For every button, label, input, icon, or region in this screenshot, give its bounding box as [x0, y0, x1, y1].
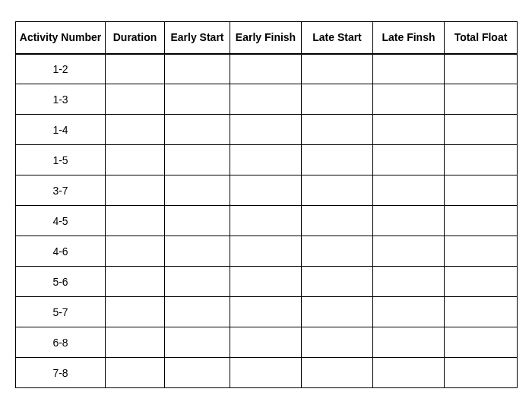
col-header-total-float: Total Float [445, 22, 518, 54]
cell-duration [106, 327, 165, 358]
cell-activity: 1-2 [16, 54, 106, 84]
cell-activity: 3-7 [16, 175, 106, 206]
cell-late-start [302, 236, 373, 267]
col-header-early-start: Early Start [165, 22, 230, 54]
col-header-late-finish: Late Finsh [373, 22, 445, 54]
cell-early-finish [230, 327, 302, 358]
activity-network-table: Activity Number Duration Early Start Ear… [15, 21, 518, 388]
cell-total-float [445, 54, 518, 84]
cell-duration [106, 54, 165, 84]
cell-late-finish [373, 206, 445, 236]
cell-early-start [165, 327, 230, 358]
cell-late-finish [373, 115, 445, 145]
cell-late-finish [373, 358, 445, 388]
cell-late-finish [373, 236, 445, 267]
cell-activity: 1-3 [16, 84, 106, 115]
cell-duration [106, 236, 165, 267]
cell-duration [106, 267, 165, 297]
cell-total-float [445, 206, 518, 236]
cell-early-start [165, 84, 230, 115]
cell-late-start [302, 145, 373, 175]
cell-early-finish [230, 145, 302, 175]
table-row: 3-7 [16, 175, 518, 206]
cell-early-finish [230, 54, 302, 84]
cell-early-finish [230, 175, 302, 206]
cell-total-float [445, 236, 518, 267]
cell-duration [106, 84, 165, 115]
cell-duration [106, 297, 165, 327]
cell-total-float [445, 175, 518, 206]
cell-early-start [165, 115, 230, 145]
cell-activity: 4-6 [16, 236, 106, 267]
cell-activity: 5-6 [16, 267, 106, 297]
cell-late-start [302, 297, 373, 327]
cell-activity: 1-4 [16, 115, 106, 145]
table-row: 1-3 [16, 84, 518, 115]
cell-early-start [165, 358, 230, 388]
cell-early-finish [230, 358, 302, 388]
cell-early-start [165, 145, 230, 175]
table-body: 1-2 1-3 1-4 1-5 [16, 54, 518, 388]
table-row: 6-8 [16, 327, 518, 358]
cell-activity: 5-7 [16, 297, 106, 327]
cell-late-finish [373, 175, 445, 206]
cell-early-start [165, 297, 230, 327]
table-row: 4-6 [16, 236, 518, 267]
cell-early-finish [230, 297, 302, 327]
table-header-row: Activity Number Duration Early Start Ear… [16, 22, 518, 54]
table-row: 1-5 [16, 145, 518, 175]
cell-early-start [165, 236, 230, 267]
cell-early-finish [230, 267, 302, 297]
cell-activity: 6-8 [16, 327, 106, 358]
cell-activity: 7-8 [16, 358, 106, 388]
cell-early-finish [230, 84, 302, 115]
cell-total-float [445, 115, 518, 145]
col-header-early-finish: Early Finish [230, 22, 302, 54]
cell-duration [106, 115, 165, 145]
cell-early-start [165, 175, 230, 206]
cell-late-finish [373, 297, 445, 327]
table-row: 1-2 [16, 54, 518, 84]
cell-total-float [445, 267, 518, 297]
cell-late-start [302, 267, 373, 297]
table-row: 7-8 [16, 358, 518, 388]
cell-early-finish [230, 115, 302, 145]
cell-duration [106, 206, 165, 236]
table-row: 5-6 [16, 267, 518, 297]
cell-early-start [165, 206, 230, 236]
cell-total-float [445, 297, 518, 327]
cell-duration [106, 175, 165, 206]
col-header-activity: Activity Number [16, 22, 106, 54]
cell-activity: 4-5 [16, 206, 106, 236]
col-header-duration: Duration [106, 22, 165, 54]
cell-early-finish [230, 206, 302, 236]
cell-total-float [445, 358, 518, 388]
cell-total-float [445, 145, 518, 175]
cell-duration [106, 358, 165, 388]
cell-late-finish [373, 267, 445, 297]
cell-late-finish [373, 327, 445, 358]
cell-late-finish [373, 145, 445, 175]
col-header-late-start: Late Start [302, 22, 373, 54]
cell-late-start [302, 327, 373, 358]
cell-early-finish [230, 236, 302, 267]
cell-late-start [302, 54, 373, 84]
table-row: 4-5 [16, 206, 518, 236]
cell-early-start [165, 54, 230, 84]
cell-total-float [445, 327, 518, 358]
cell-duration [106, 145, 165, 175]
cell-late-start [302, 115, 373, 145]
cell-activity: 1-5 [16, 145, 106, 175]
cell-late-finish [373, 54, 445, 84]
cell-late-start [302, 358, 373, 388]
table-row: 1-4 [16, 115, 518, 145]
table-row: 5-7 [16, 297, 518, 327]
cell-early-start [165, 267, 230, 297]
cell-total-float [445, 84, 518, 115]
cell-late-start [302, 206, 373, 236]
cell-late-start [302, 175, 373, 206]
cell-late-start [302, 84, 373, 115]
cell-late-finish [373, 84, 445, 115]
